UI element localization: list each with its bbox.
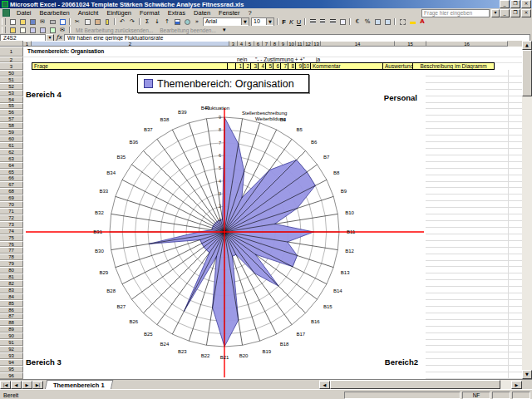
menu-einfügen[interactable]: Einfügen (102, 8, 135, 17)
menu-ansicht[interactable]: Ansicht (74, 8, 103, 17)
decrease-decimal-icon[interactable] (383, 18, 392, 26)
row-header-64[interactable]: 64 (0, 162, 23, 169)
header-cell[interactable] (23, 62, 32, 70)
menu-extras[interactable]: Extras (164, 8, 190, 17)
row-header-96[interactable]: 96 (0, 372, 23, 379)
row-3-header-row[interactable]: Frage12345678910KommentarAuswertungBesch… (23, 62, 522, 70)
save-icon[interactable] (28, 18, 37, 26)
row-header-3[interactable]: 3 (0, 62, 23, 70)
row-header-60[interactable]: 60 (0, 135, 23, 142)
horizontal-scrollbar[interactable]: ◀ ▶ (319, 380, 522, 389)
cut-icon[interactable]: ✂ (73, 18, 82, 26)
prev-sheet-icon[interactable]: ◀ (11, 381, 22, 389)
workbook-restore-button[interactable]: ❐ (510, 9, 520, 17)
sort-descending-icon[interactable]: ↑ (163, 18, 172, 26)
scroll-down-icon[interactable]: ▼ (522, 370, 532, 379)
cell-nein[interactable]: nein (237, 57, 247, 62)
row-header-53[interactable]: 53 (0, 90, 23, 96)
row-header-80[interactable]: 80 (0, 267, 23, 273)
column-header-6[interactable]: 6 (254, 41, 263, 47)
row-header-88[interactable]: 88 (0, 319, 23, 326)
column-header-2[interactable]: 2 (32, 41, 229, 47)
row-header-57[interactable]: 57 (0, 116, 23, 122)
vertical-scroll-thumb[interactable] (522, 50, 532, 96)
row-header-65[interactable]: 65 (0, 169, 23, 175)
header-cell[interactable]: 9 (296, 62, 303, 70)
row-header-52[interactable]: 52 (0, 83, 23, 90)
column-header-16[interactable]: 16 (426, 41, 508, 47)
question-dropdown-icon[interactable]: ▾ (491, 9, 500, 17)
undo-icon[interactable]: ↶ (118, 18, 127, 26)
select-all-corner[interactable] (0, 41, 23, 47)
row-header-59[interactable]: 59 (0, 129, 23, 135)
paste-icon[interactable] (93, 18, 102, 26)
row-header-83[interactable]: 83 (0, 287, 23, 293)
restore-button[interactable]: ❐ (510, 0, 520, 8)
header-cell[interactable]: 6 (273, 62, 281, 70)
row-header-51[interactable]: 51 (0, 76, 23, 83)
cell-scale[interactable]: "- - Zustimmung + +" (255, 57, 305, 62)
row-header-58[interactable]: 58 (0, 122, 23, 129)
row-header-84[interactable]: 84 (0, 293, 23, 300)
end-review-button[interactable]: Bearbeitung beenden... (156, 27, 219, 33)
bold-button[interactable]: F (280, 18, 288, 26)
italic-button[interactable]: K (288, 18, 295, 26)
close-button[interactable]: × (521, 0, 531, 8)
cell-ja[interactable]: ja (316, 57, 320, 62)
row-header-92[interactable]: 92 (0, 346, 23, 352)
header-cell[interactable]: 8 (288, 62, 296, 70)
row-header-76[interactable]: 76 (0, 241, 23, 248)
row-header-2[interactable]: 2 (0, 57, 23, 62)
header-cell[interactable]: Kommentar (311, 62, 383, 70)
row-header-1[interactable]: 1 (0, 47, 23, 57)
review-accept-icon[interactable] (48, 27, 57, 34)
cell-frage[interactable]: Frage (32, 62, 228, 70)
format-painter-icon[interactable] (103, 18, 112, 26)
row-header-91[interactable]: 91 (0, 339, 23, 346)
underline-button[interactable]: U (295, 18, 303, 26)
row-header-79[interactable]: 79 (0, 260, 23, 267)
menu-bearbeiten[interactable]: Bearbeiten (36, 8, 74, 17)
column-header-9[interactable]: 9 (279, 41, 288, 47)
font-name-dropdown-icon[interactable]: ▼ (241, 18, 249, 25)
increase-decimal-icon[interactable] (373, 18, 382, 26)
open-icon[interactable] (18, 18, 27, 26)
menu-fenster[interactable]: Fenster (214, 8, 244, 17)
toolbar-grip[interactable] (2, 18, 6, 25)
workbook-minimize-button[interactable]: _ (500, 9, 510, 17)
currency-icon[interactable]: € (353, 18, 362, 26)
header-cell[interactable]: Auswertung (383, 62, 413, 70)
row-header-55[interactable]: 55 (0, 103, 23, 110)
column-header-15[interactable]: 15 (395, 41, 426, 47)
toolbar-overflow-icon[interactable]: » (193, 18, 202, 26)
drawing-icon[interactable] (183, 18, 192, 26)
row-header-75[interactable]: 75 (0, 234, 23, 241)
first-sheet-icon[interactable]: |◀ (0, 381, 11, 389)
column-header-8[interactable]: 8 (271, 41, 279, 47)
row-header-72[interactable]: 72 (0, 214, 23, 221)
row-header-67[interactable]: 67 (0, 181, 23, 188)
row-header-81[interactable]: 81 (0, 273, 23, 280)
row-header-94[interactable]: 94 (0, 359, 23, 366)
review-folder-icon[interactable] (8, 27, 17, 34)
column-header-1[interactable]: 1 (23, 41, 32, 47)
row-header-70[interactable]: 70 (0, 201, 23, 208)
header-cell[interactable]: 2 (244, 62, 251, 70)
row-header-85[interactable]: 85 (0, 300, 23, 307)
row-header-68[interactable]: 68 (0, 188, 23, 195)
row-header-73[interactable]: 73 (0, 221, 23, 228)
header-cell[interactable]: 7 (281, 62, 288, 70)
menu-daten[interactable]: Daten (190, 8, 214, 17)
review-comment-icon[interactable] (18, 27, 27, 34)
autosum-icon[interactable]: Σ (143, 18, 152, 26)
column-header-3[interactable]: 3 (229, 41, 238, 47)
last-sheet-icon[interactable]: ▶| (32, 381, 43, 389)
empty-cells-grid[interactable] (426, 70, 522, 379)
menu-datei[interactable]: Datei (12, 8, 36, 17)
review-mail-icon[interactable]: ✉ (58, 27, 67, 34)
copy-icon[interactable] (83, 18, 92, 26)
header-cell[interactable]: 4 (259, 62, 266, 70)
fill-color-icon[interactable] (408, 18, 417, 26)
row-header-61[interactable]: 61 (0, 142, 23, 149)
header-cell[interactable]: 5 (266, 62, 273, 70)
